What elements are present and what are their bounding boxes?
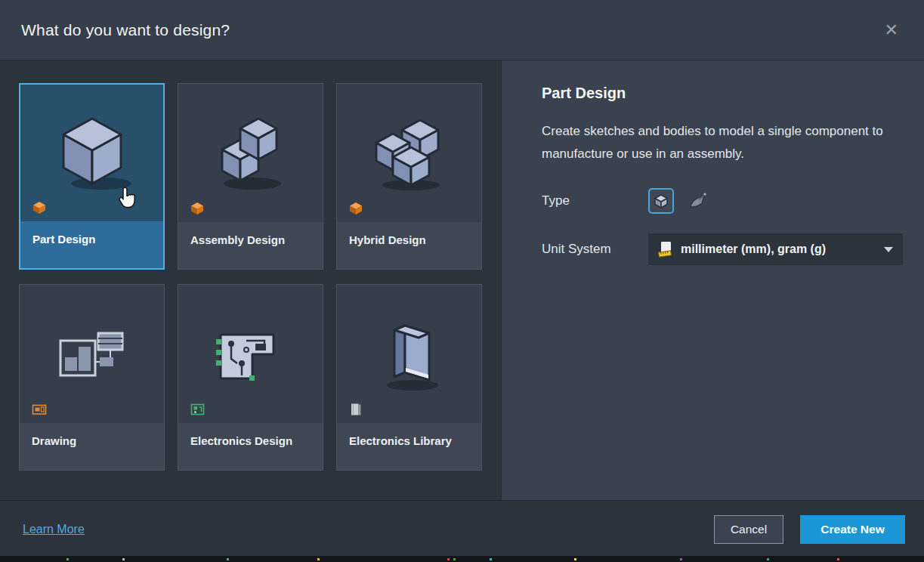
unit-system-select[interactable]: millimeter (mm), gram (g) (648, 233, 903, 265)
card-hybrid-design[interactable]: Hybrid Design (336, 83, 482, 270)
stacked-cubes-icon (209, 114, 293, 193)
orange-cube-icon (32, 201, 46, 215)
dialog-body: Part Design (0, 60, 924, 500)
electronics-library-illustration (337, 285, 481, 423)
unit-system-value: millimeter (mm), gram (g) (681, 242, 826, 256)
create-new-button[interactable]: Create New (800, 515, 905, 544)
card-label: Drawing (20, 423, 164, 470)
assembly-design-illustration (178, 84, 323, 222)
card-label: Electronics Library (337, 423, 481, 470)
type-row: Type (542, 188, 903, 214)
unit-system-row: Unit System millimeter (mm), gram (g) (542, 233, 903, 265)
dialog-footer: Learn More Cancel Create New (0, 500, 924, 562)
ruler-icon (658, 241, 673, 258)
book-icon (367, 315, 452, 394)
card-drawing[interactable]: Drawing (19, 284, 165, 471)
detail-description: Create sketches and bodies to model a si… (542, 120, 897, 165)
dialog-header: What do you want to design? ✕ (0, 0, 924, 60)
card-label: Assembly Design (178, 222, 323, 269)
circuit-board-icon (209, 315, 293, 394)
cancel-button[interactable]: Cancel (714, 515, 783, 544)
orange-drawing-icon (32, 403, 47, 416)
card-assembly-design[interactable]: Assembly Design (178, 83, 323, 270)
card-label: Electronics Design (178, 423, 323, 470)
card-label: Hybrid Design (337, 222, 481, 269)
type-options (648, 188, 710, 214)
chevron-down-icon (884, 247, 893, 252)
card-part-design[interactable]: Part Design (19, 83, 165, 270)
card-electronics-library[interactable]: Electronics Library (336, 284, 482, 471)
close-icon[interactable]: ✕ (880, 19, 903, 42)
cube-cluster-icon (367, 114, 452, 193)
green-pcb-icon (190, 403, 206, 416)
drawing-illustration (20, 285, 164, 423)
detail-panel: Part Design Create sketches and bodies t… (501, 60, 924, 500)
part-design-illustration (20, 85, 163, 221)
electronics-design-illustration (178, 285, 323, 423)
card-label: Part Design (20, 221, 163, 268)
drawing-views-icon (50, 315, 134, 394)
solid-cube-icon (653, 193, 669, 209)
orange-cube-icon (190, 202, 204, 215)
design-type-grid: Part Design (0, 60, 501, 500)
solid-type-button[interactable] (648, 188, 674, 214)
dialog-title: What do you want to design? (21, 21, 230, 39)
surface-icon (688, 192, 707, 210)
detail-title: Part Design (542, 85, 903, 102)
taskbar-sliver (0, 556, 924, 562)
unit-system-label: Unit System (542, 242, 648, 257)
orange-cube-icon (349, 202, 363, 215)
card-electronics-design[interactable]: Electronics Design (178, 284, 323, 471)
learn-more-link[interactable]: Learn More (23, 523, 85, 536)
single-cube-icon (50, 114, 134, 193)
hybrid-design-illustration (337, 84, 481, 222)
new-design-dialog: What do you want to design? ✕ (0, 0, 924, 562)
type-label: Type (542, 193, 648, 208)
gray-book-icon (349, 403, 363, 416)
surface-type-button[interactable] (685, 188, 710, 214)
